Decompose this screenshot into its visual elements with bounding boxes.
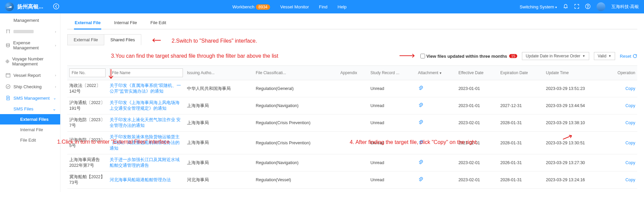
table-row: 冀海船舶【2022】73号河北海事局船籍港船舶管理办法河北海事局Regulati…: [67, 171, 637, 189]
copy-button[interactable]: Copy: [626, 86, 635, 91]
reset-button[interactable]: Reset: [620, 54, 637, 59]
main-tabs: External File Internal File File Edit: [67, 17, 637, 30]
app-title: 扬州高银...: [17, 3, 43, 10]
sidebar-item-ship-checking[interactable]: Ship Checking›: [0, 81, 60, 92]
help-icon[interactable]: [585, 4, 591, 10]
sidebar-sub-internal-file[interactable]: Internal File: [0, 125, 60, 135]
cell-auth: 上海海事局: [185, 114, 254, 132]
sidebar-item-voyage[interactable]: Voyage Number Management: [0, 53, 60, 69]
col-issuing: Issuing Autho...: [185, 66, 254, 80]
cell-file-no: 沪海危防〔2023〕7号: [67, 114, 108, 132]
nav-workbench[interactable]: Workbench8934: [232, 4, 270, 9]
nav-help[interactable]: Help: [338, 4, 347, 9]
refresh-icon: [633, 54, 637, 58]
cell-study: Unread: [368, 114, 416, 132]
copy-button[interactable]: Copy: [626, 103, 635, 108]
collapse-sidebar-button[interactable]: [53, 3, 59, 10]
cell-expiration: 2028-01-31: [498, 132, 544, 154]
user-name[interactable]: 互海科技-高银: [611, 4, 639, 10]
attachment-icon[interactable]: [418, 103, 423, 109]
table-row: 沪海危防〔2023〕7号关于印发水上液化天然气加注作业 安全管理办法的通知上海海…: [67, 114, 637, 132]
sidebar-item-management-top[interactable]: Management: [0, 15, 60, 26]
workbench-badge: 8934: [256, 4, 270, 10]
cell-update: 2023-03-29 13:27:30: [544, 154, 606, 171]
cell-classification: Regulation(Vessel): [254, 171, 339, 189]
attachment-icon[interactable]: [418, 160, 423, 166]
cell-appendix: [338, 154, 368, 171]
three-months-input[interactable]: [420, 54, 425, 58]
arrow-down-icon: [108, 68, 114, 81]
fullscreen-icon[interactable]: [574, 4, 579, 10]
view-three-months-checkbox[interactable]: View files updated within three months 1…: [420, 54, 518, 59]
svg-point-2: [588, 7, 588, 8]
col-update: Update Time: [544, 66, 606, 80]
sidebar-item-sms[interactable]: SMS Management⌄: [0, 92, 60, 104]
svg-point-6: [6, 85, 10, 89]
table-header-row: Issuing Autho... File Classificati... Ap…: [67, 66, 637, 80]
cell-classification: Regulation(Crisis Prevention): [254, 132, 339, 154]
sidebar-item-vessel-report[interactable]: Vessel Report›: [0, 69, 60, 81]
cell-effective: 2023-02-01: [456, 154, 498, 171]
cell-effective: 2023-02-01: [456, 171, 498, 189]
sort-order-select[interactable]: Update Date in Reverse Order▼: [522, 52, 589, 60]
cell-auth: 中华人民共和国海事局: [185, 80, 254, 97]
attachment-icon[interactable]: [418, 120, 423, 126]
file-name-link[interactable]: 河北海事局船籍港船舶管理办法: [110, 178, 171, 182]
nav-find[interactable]: Find: [319, 4, 328, 9]
cell-auth: 河北海事局: [185, 171, 254, 189]
three-months-badge: 15: [509, 54, 517, 58]
col-study: Study Record ...: [368, 66, 416, 80]
table-row: 沪海通航〔2022〕191号关于印发《上海海事局海上风电场海上交通安全管理规定》…: [67, 97, 637, 114]
col-operation: Operation: [606, 66, 637, 80]
annotation-note-2: 2.Switch to "Shared Files" interface.: [172, 38, 257, 44]
bell-icon[interactable]: [563, 4, 568, 10]
col-appendix: Appendix: [338, 66, 368, 80]
sidebar-sub-file-edit[interactable]: File Edit: [0, 135, 60, 145]
cell-update: 2023-03-29 13:51:23: [544, 80, 606, 97]
subtab-external-file[interactable]: External File: [67, 34, 104, 45]
copy-button[interactable]: Copy: [626, 160, 635, 165]
filter-file-no-input[interactable]: [69, 68, 106, 77]
file-name-link[interactable]: 关于印发《上海海事局海上风电场海上交通安全管理规定》的通知: [110, 100, 180, 111]
calendar-icon: [5, 72, 11, 78]
cell-update: 2023-03-29 13:38:10: [544, 114, 606, 132]
cell-appendix: [338, 171, 368, 189]
attachment-icon[interactable]: [418, 177, 423, 183]
nav-vessel-monitor[interactable]: Vessel Monitor: [280, 4, 309, 9]
arrow-note2-icon: [151, 38, 161, 44]
table-row: 上海海事局通告2022年第7号关于进一步加强长江口及其附近水域船舶交通管理的通告…: [67, 154, 637, 171]
cell-expiration: 2027-12-31: [498, 97, 544, 114]
file-name-link[interactable]: 关于进一步加强长江口及其附近水域船舶交通管理的通告: [110, 157, 180, 168]
user-avatar-icon[interactable]: [597, 2, 605, 11]
col-attachment[interactable]: Attachment▼: [416, 66, 456, 80]
sidebar-sub-sms-files[interactable]: SMS Files⌄: [0, 104, 60, 114]
main-content: External File Internal File File Edit Ex…: [61, 13, 644, 192]
cell-auth: 上海海事局: [185, 97, 254, 114]
file-name-link[interactable]: 关于印发《直属海事系统"双随机、一公开"监管实施办法》的通知: [110, 83, 181, 94]
copy-button[interactable]: Copy: [626, 178, 635, 182]
valid-select[interactable]: Valid▼: [594, 52, 615, 60]
sidebar-item-blurred[interactable]: ›: [0, 26, 60, 37]
filter-file-name-input[interactable]: [110, 68, 183, 77]
tab-internal-file[interactable]: Internal File: [113, 17, 138, 29]
file-name-link[interactable]: 关于印发水上液化天然气加注作业 安全管理办法的通知: [110, 117, 181, 128]
tab-external-file[interactable]: External File: [74, 17, 101, 30]
svg-point-0: [53, 4, 59, 9]
sidebar-sub-external-files[interactable]: External Files: [0, 114, 60, 125]
cell-update: 2023-03-29 13:44:54: [544, 97, 606, 114]
subtab-shared-files[interactable]: Shared Files: [104, 34, 141, 45]
svg-point-3: [6, 43, 10, 45]
tab-file-edit[interactable]: File Edit: [150, 17, 167, 29]
sidebar-item-expense[interactable]: Expense Management›: [0, 37, 60, 53]
database-icon: [5, 43, 10, 48]
cell-classification: Regulation(Navigation): [254, 154, 339, 171]
copy-button[interactable]: Copy: [626, 141, 635, 145]
cell-update: 2023-03-29 13:24:16: [544, 171, 606, 189]
attachment-icon[interactable]: [418, 86, 423, 92]
switching-system-dropdown[interactable]: Switching System: [520, 4, 557, 9]
top-header: 扬州高银... Workbench8934 Vessel Monitor Fin…: [0, 0, 644, 13]
filter-bar: 3.You can find the target shared file th…: [67, 52, 637, 62]
copy-button[interactable]: Copy: [626, 120, 635, 125]
app-logo-icon: [5, 2, 14, 11]
col-effective: Effective Date: [456, 66, 498, 80]
